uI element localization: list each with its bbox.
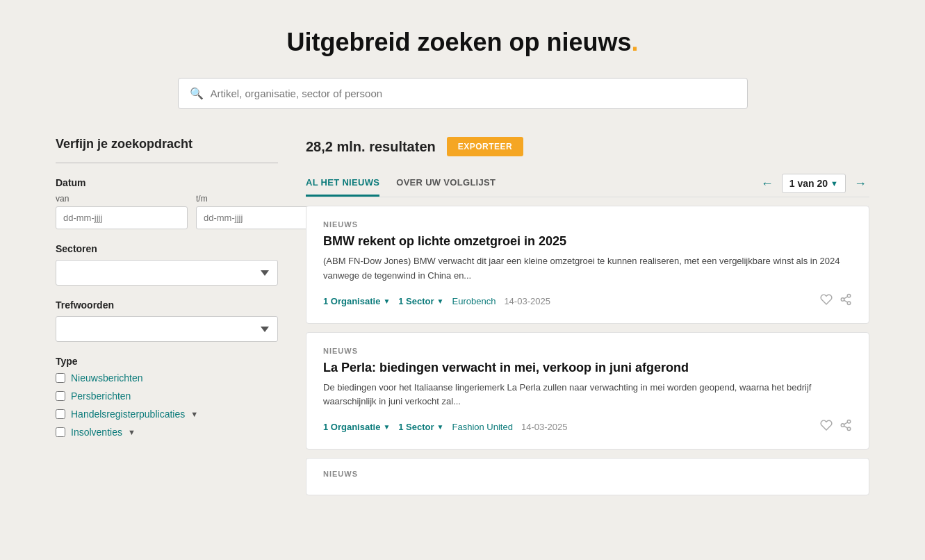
chevron-sector-icon: ▼ — [437, 297, 444, 305]
article-1-excerpt: (ABM FN-Dow Jones) BMW verwacht dit jaar… — [323, 254, 852, 283]
article-1-actions — [820, 293, 852, 309]
article-1-meta: 1 Organisatie ▼ 1 Sector ▼ Eurobench 14-… — [323, 293, 852, 309]
svg-line-9 — [844, 422, 847, 425]
tab-all-news[interactable]: AL HET NIEUWS — [306, 170, 379, 197]
results-panel: 28,2 mln. resultaten EXPORTEER AL HET NI… — [306, 137, 869, 495]
svg-point-2 — [847, 302, 851, 305]
datum-filter: Datum van t/m — [56, 177, 278, 229]
sectoren-select[interactable] — [56, 260, 278, 286]
date-row: van t/m — [56, 194, 278, 229]
search-wrapper: 🔍 — [56, 78, 869, 109]
svg-point-0 — [847, 294, 851, 297]
checkbox-nieuwsberichten: Nieuwsberichten — [56, 372, 278, 384]
search-input[interactable] — [211, 88, 736, 99]
checkbox-handelsregister-label[interactable]: Handelsregisterpublicaties — [71, 409, 185, 420]
checkbox-persberichten-label[interactable]: Persberichten — [71, 390, 131, 402]
sidebar-title: Verfijn je zoekopdracht — [56, 137, 278, 151]
article-1-title[interactable]: BMW rekent op lichte omzetgroei in 2025 — [323, 234, 852, 249]
tab-volglijst[interactable]: OVER UW VOLGLIJST — [396, 170, 496, 197]
van-label: van — [56, 194, 188, 204]
article-1-share-button[interactable] — [840, 293, 852, 309]
chevron-sector-2-icon: ▼ — [437, 423, 444, 431]
article-1-org-tag[interactable]: 1 Organisatie ▼ — [323, 296, 390, 306]
pagination-dropdown[interactable]: 1 van 20 ▼ — [782, 174, 846, 193]
main-content: Verfijn je zoekopdracht Datum van t/m — [56, 137, 869, 495]
checkbox-nieuwsberichten-label[interactable]: Nieuwsberichten — [71, 372, 143, 384]
trefwoorden-filter: Trefwoorden — [56, 299, 278, 342]
search-icon: 🔍 — [190, 87, 204, 100]
article-2-excerpt: De biedingen voor het Italiaanse lingeri… — [323, 381, 852, 410]
type-label: Type — [56, 356, 278, 367]
svg-line-3 — [844, 300, 847, 302]
checkbox-insolventies: Insolventies ▼ — [56, 427, 278, 438]
pagination-prev-button[interactable]: ← — [758, 174, 776, 194]
svg-point-7 — [847, 427, 851, 431]
article-2-date: 14-03-2025 — [521, 422, 568, 432]
export-button[interactable]: EXPORTEER — [447, 137, 524, 156]
pagination-current: 1 van 20 — [789, 178, 828, 189]
article-1-date: 14-03-2025 — [504, 296, 550, 306]
article-2-favorite-button[interactable] — [820, 419, 833, 435]
article-2-actions — [820, 419, 852, 435]
results-header: 28,2 mln. resultaten EXPORTEER — [306, 137, 869, 156]
svg-point-5 — [847, 420, 851, 424]
article-2-source: Fashion United — [452, 422, 513, 432]
chevron-down-icon[interactable]: ▼ — [190, 410, 198, 418]
checkbox-handelsregister: Handelsregisterpublicaties ▼ — [56, 409, 278, 420]
article-2-title[interactable]: La Perla: biedingen verwacht in mei, ver… — [323, 361, 852, 375]
checkbox-insolventies-label[interactable]: Insolventies — [71, 427, 122, 438]
chevron-down-icon-2[interactable]: ▼ — [128, 428, 136, 436]
article-2-share-button[interactable] — [840, 419, 852, 435]
pagination-chevron-icon: ▼ — [830, 179, 838, 188]
checkbox-insolventies-input[interactable] — [56, 427, 65, 437]
article-3-tag: NIEUWS — [323, 470, 852, 478]
svg-point-1 — [841, 297, 844, 301]
sidebar: Verfijn je zoekopdracht Datum van t/m — [56, 137, 278, 452]
type-filter: Type Nieuwsberichten Persberichten Hande… — [56, 356, 278, 438]
chevron-org-icon: ▼ — [383, 297, 390, 305]
date-van-input[interactable] — [56, 206, 188, 229]
results-count: 28,2 mln. resultaten — [306, 139, 436, 155]
article-1-favorite-button[interactable] — [820, 293, 833, 309]
search-bar: 🔍 — [178, 78, 748, 109]
checkbox-nieuwsberichten-input[interactable] — [56, 373, 65, 383]
svg-point-6 — [841, 424, 844, 427]
checkbox-persberichten: Persberichten — [56, 390, 278, 402]
svg-line-8 — [844, 426, 847, 428]
sectoren-filter: Sectoren — [56, 243, 278, 286]
pagination-controls: ← 1 van 20 ▼ → — [758, 174, 869, 194]
article-1-tag: NIEUWS — [323, 220, 852, 229]
svg-line-4 — [844, 296, 847, 298]
chevron-org-2-icon: ▼ — [383, 423, 390, 431]
article-1-source: Eurobench — [452, 296, 496, 306]
sidebar-divider — [56, 163, 278, 163]
tabs-row: AL HET NIEUWS OVER UW VOLGLIJST ← 1 van … — [306, 170, 869, 197]
checkbox-handelsregister-input[interactable] — [56, 409, 65, 419]
article-2-meta: 1 Organisatie ▼ 1 Sector ▼ Fashion Unite… — [323, 419, 852, 435]
date-van-group: van — [56, 194, 188, 229]
article-2-org-tag[interactable]: 1 Organisatie ▼ — [323, 422, 390, 432]
page-title: Uitgebreid zoeken op nieuws. — [56, 28, 869, 57]
trefwoorden-select[interactable] — [56, 316, 278, 342]
article-2-tag: NIEUWS — [323, 347, 852, 355]
pagination-next-button[interactable]: → — [851, 174, 869, 194]
article-2-sector-tag[interactable]: 1 Sector ▼ — [398, 422, 443, 432]
checkbox-persberichten-input[interactable] — [56, 391, 65, 401]
page-header: Uitgebreid zoeken op nieuws. — [56, 0, 869, 78]
sectoren-label: Sectoren — [56, 243, 278, 254]
article-card-1: NIEUWS BMW rekent op lichte omzetgroei i… — [306, 206, 869, 324]
article-1-sector-tag[interactable]: 1 Sector ▼ — [398, 296, 443, 306]
trefwoorden-label: Trefwoorden — [56, 299, 278, 311]
article-card-3: NIEUWS — [306, 458, 869, 495]
datum-label: Datum — [56, 177, 278, 188]
article-card-2: NIEUWS La Perla: biedingen verwacht in m… — [306, 332, 869, 450]
